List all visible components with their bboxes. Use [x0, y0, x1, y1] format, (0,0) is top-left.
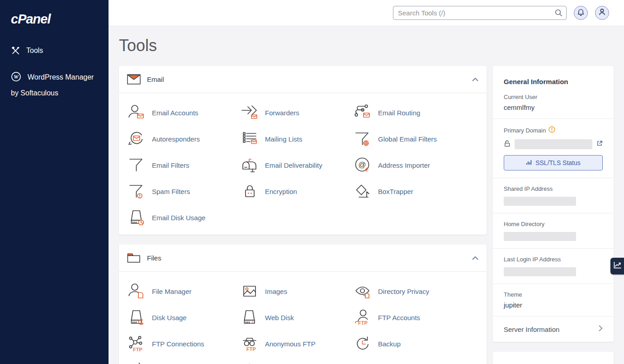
- page-title: Tools: [119, 36, 624, 56]
- search-input[interactable]: [393, 6, 567, 20]
- tool-item-global-email-filters[interactable]: Global Email Filters: [353, 126, 466, 152]
- tool-item-images[interactable]: Images: [240, 278, 353, 304]
- tool-item-label: Anonymous FTP: [265, 340, 316, 348]
- wordpress-icon: W: [11, 71, 21, 86]
- bell-icon: [577, 8, 584, 18]
- svg-text:FTP: FTP: [246, 346, 256, 352]
- analytics-flyout-button[interactable]: [610, 258, 624, 274]
- sidebar-item-label: WordPress Manager by Softaculous: [11, 73, 94, 97]
- server-information-link[interactable]: Server Information: [493, 317, 614, 342]
- tool-item-forwarders[interactable]: Forwarders: [240, 99, 353, 126]
- disk-usage-icon: [127, 308, 146, 326]
- user-menu-button[interactable]: [595, 6, 609, 20]
- statistics-card: Statistics Disk Usage 754.6 MB / ∞: [493, 352, 614, 364]
- tool-item-label: Encryption: [265, 188, 297, 195]
- last-login-ip-redacted-value: [504, 267, 576, 276]
- section-header-files[interactable]: Files: [119, 245, 487, 272]
- warning-icon[interactable]: [548, 126, 555, 134]
- home-directory-label: Home Directory: [504, 213, 603, 227]
- svg-text:@: @: [358, 161, 366, 169]
- primary-domain-redacted-value: [515, 139, 592, 149]
- tool-item-autoresponders[interactable]: Autoresponders: [127, 126, 240, 152]
- external-link-icon[interactable]: [596, 140, 603, 148]
- tool-item-anonymous-ftp[interactable]: FTPAnonymous FTP: [240, 331, 353, 357]
- svg-text:FTP: FTP: [358, 320, 368, 326]
- backup-icon: [353, 335, 372, 353]
- tool-item-disk-usage[interactable]: Disk Usage: [127, 304, 240, 331]
- app-root: cPanel Tools W Word: [0, 0, 624, 364]
- tool-item-mailing-lists[interactable]: Mailing Lists: [240, 126, 353, 152]
- chevron-up-icon[interactable]: [472, 77, 478, 81]
- section-card-email: EmailEmail AccountsForwardersEmail Routi…: [119, 66, 487, 235]
- email-accounts-icon: [127, 104, 146, 122]
- file-manager-icon: [127, 282, 146, 300]
- svg-text:FTP: FTP: [133, 347, 142, 352]
- tool-item-spam-filters[interactable]: Spam Filters: [127, 178, 240, 204]
- email-filters-icon: [127, 156, 146, 174]
- tool-item-label: Email Filters: [152, 161, 189, 169]
- global-email-filters-icon: [353, 130, 372, 148]
- sidebar-item-wordpress-manager[interactable]: W WordPress Manager by Softaculous: [11, 71, 99, 100]
- main-area: Tools EmailEmail AccountsForwardersEmail…: [109, 0, 624, 364]
- tool-item-web-disk[interactable]: Web Disk: [240, 304, 353, 331]
- section-grid: File ManagerImagesDirectory PrivacyDisk …: [119, 272, 487, 364]
- sidebar-item-tools[interactable]: Tools: [11, 44, 99, 60]
- tool-item-label: Backup: [378, 340, 401, 348]
- general-information-card: General Information Current User cemmlfm…: [493, 66, 614, 342]
- ssl-tls-status-button[interactable]: SSL/TLS Status: [504, 155, 603, 170]
- tool-item-backup[interactable]: Backup: [353, 331, 466, 357]
- tool-item-label: BoxTrapper: [378, 188, 413, 195]
- autoresponders-icon: [127, 130, 146, 148]
- chevron-up-icon[interactable]: [472, 256, 478, 260]
- ftp-accounts-icon: FTP: [353, 308, 372, 326]
- tool-item-label: Email Routing: [378, 109, 420, 117]
- tool-item-label: File Manager: [152, 288, 192, 295]
- ftp-connections-icon: FTP: [127, 335, 146, 353]
- cpanel-logo: cPanel: [0, 0, 109, 27]
- tool-item-ftp-accounts[interactable]: FTPFTP Accounts: [353, 304, 466, 331]
- search-icon[interactable]: [555, 9, 563, 19]
- tool-item-address-importer[interactable]: @Address Importer: [353, 152, 466, 178]
- spam-filters-icon: [127, 182, 146, 200]
- shared-ip-label: Shared IP Address: [504, 178, 603, 192]
- section-card-files: FilesFile ManagerImagesDirectory Privacy…: [119, 245, 487, 364]
- tool-item-directory-privacy[interactable]: Directory Privacy: [353, 278, 466, 304]
- user-icon: [598, 8, 606, 18]
- primary-domain-label: Primary Domain: [504, 119, 603, 134]
- tool-item-label: Spam Filters: [152, 188, 190, 195]
- theme-label: Theme: [504, 284, 603, 298]
- tool-item-email-filters[interactable]: Email Filters: [127, 152, 240, 178]
- tool-sections: EmailEmail AccountsForwardersEmail Routi…: [119, 66, 487, 364]
- tool-item-email-accounts[interactable]: Email Accounts: [127, 99, 240, 126]
- address-importer-icon: @: [353, 156, 372, 174]
- tool-item-label: Forwarders: [265, 109, 299, 117]
- tools-icon: [11, 46, 20, 60]
- notifications-button[interactable]: [574, 6, 588, 20]
- current-user-label: Current User: [504, 86, 603, 100]
- email-routing-icon: [353, 104, 372, 122]
- tool-item-label: Web Disk: [265, 314, 294, 321]
- tool-item-encryption[interactable]: Encryption: [240, 178, 353, 204]
- home-directory-redacted-value: [504, 232, 576, 241]
- top-bar: [109, 0, 624, 26]
- tool-item-label: Disk Usage: [152, 314, 187, 321]
- info-column: General Information Current User cemmlfm…: [493, 66, 614, 364]
- tool-item-label: Global Email Filters: [378, 135, 437, 143]
- tool-item-file-manager[interactable]: File Manager: [127, 278, 240, 304]
- content: Tools EmailEmail AccountsForwardersEmail…: [109, 26, 624, 364]
- tool-item-label: Directory Privacy: [378, 288, 429, 295]
- directory-privacy-icon: [353, 282, 372, 300]
- tool-item-label: Email Disk Usage: [152, 214, 205, 222]
- email-disk-usage-icon: [127, 208, 146, 227]
- tool-item-boxtrapper[interactable]: BoxTrapper: [353, 178, 466, 204]
- tool-item-label: Address Importer: [378, 161, 430, 169]
- section-title: Email: [147, 76, 164, 83]
- mailing-lists-icon: [240, 130, 259, 148]
- section-header-email[interactable]: Email: [119, 66, 487, 93]
- chevron-right-icon: [599, 325, 603, 333]
- tool-item-email-disk-usage[interactable]: Email Disk Usage: [127, 204, 240, 231]
- tool-item-ftp-connections[interactable]: FTPFTP Connections: [127, 331, 240, 357]
- tool-item-email-deliverability[interactable]: Email Deliverability: [240, 152, 353, 178]
- tool-item-label: Email Deliverability: [265, 161, 322, 169]
- tool-item-email-routing[interactable]: Email Routing: [353, 99, 466, 126]
